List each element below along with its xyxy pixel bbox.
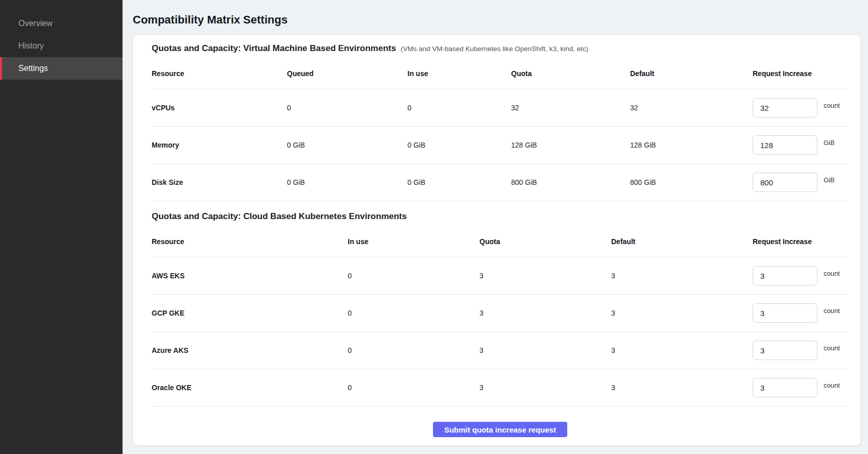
cell-quota: 32 [511, 104, 630, 112]
cell-queued: 0 GiB [287, 178, 407, 186]
column-header-resource: Resource [152, 237, 348, 246]
resource-label: Oracle OKE [152, 384, 348, 392]
cell-default: 32 [630, 104, 753, 112]
table-row-aws-eks: AWS EKS 0 3 3 count [152, 257, 849, 295]
column-header-in-use: In use [407, 69, 511, 78]
column-header-in-use: In use [348, 237, 479, 246]
column-header-quota: Quota [511, 69, 630, 78]
column-header-request-increase: Request Increase [753, 69, 849, 78]
request-increase-input-oracle-oke[interactable] [753, 378, 817, 397]
cell-in-use: 0 GiB [407, 141, 511, 149]
cell-in-use: 0 [348, 309, 479, 317]
column-header-request-increase: Request Increase [753, 237, 849, 246]
cell-default: 3 [611, 272, 753, 280]
main-content: Compatibility Matrix Settings Quotas and… [123, 0, 868, 454]
request-increase-input-disk-size[interactable] [753, 173, 817, 192]
cell-default: 3 [611, 309, 753, 317]
sidebar: Overview History Settings [0, 0, 123, 454]
submit-quota-increase-button[interactable]: Submit quota increase request [433, 422, 567, 437]
vm-table-header: Resource Queued In use Quota Default Req… [152, 58, 849, 89]
resource-label: Disk Size [152, 178, 287, 186]
vm-section-header: Quotas and Capacity: Virtual Machine Bas… [152, 43, 849, 58]
request-increase-input-gcp-gke[interactable] [753, 303, 817, 323]
unit-label-oracle-oke: count [824, 381, 840, 389]
cell-default: 3 [611, 346, 753, 354]
sidebar-item-settings[interactable]: Settings [0, 57, 123, 80]
request-increase-input-memory[interactable] [753, 135, 817, 155]
cloud-section-header: Quotas and Capacity: Cloud Based Kuberne… [152, 211, 849, 226]
cell-quota: 3 [479, 272, 611, 280]
page-title: Compatibility Matrix Settings [133, 12, 861, 28]
unit-label-gcp-gke: count [824, 307, 840, 315]
cell-quota: 3 [479, 309, 611, 317]
cell-quota: 128 GiB [511, 141, 630, 149]
cell-default: 800 GiB [630, 178, 753, 186]
vm-section-title: Quotas and Capacity: Virtual Machine Bas… [152, 43, 396, 54]
request-increase-input-azure-aks[interactable] [753, 341, 817, 360]
table-row-memory: Memory 0 GiB 0 GiB 128 GiB 128 GiB GiB [152, 127, 849, 164]
cell-quota: 3 [479, 346, 611, 354]
resource-label: vCPUs [152, 104, 287, 112]
resource-label: Azure AKS [152, 346, 348, 354]
cell-default: 128 GiB [630, 141, 753, 149]
resource-label: Memory [152, 141, 287, 149]
unit-label-azure-aks: count [824, 344, 840, 352]
unit-label-aws-eks: count [824, 270, 840, 277]
cell-quota: 800 GiB [511, 178, 630, 186]
cell-queued: 0 [287, 104, 407, 112]
column-header-quota: Quota [479, 237, 611, 246]
cloud-table-header: Resource In use Quota Default Request In… [152, 226, 849, 257]
cloud-section-title: Quotas and Capacity: Cloud Based Kuberne… [152, 211, 407, 222]
table-row-gcp-gke: GCP GKE 0 3 3 count [152, 295, 849, 332]
submit-row: Submit quota increase request [152, 407, 849, 437]
vm-section-subtitle: (VMs and VM-based Kubernetes like OpenSh… [401, 45, 589, 53]
table-row-disk-size: Disk Size 0 GiB 0 GiB 800 GiB 800 GiB Gi… [152, 164, 849, 201]
cell-in-use: 0 GiB [407, 178, 511, 186]
request-increase-input-vcpus[interactable] [753, 98, 817, 117]
cell-default: 3 [611, 384, 753, 392]
resource-label: GCP GKE [152, 309, 348, 317]
unit-label-disk-size: GiB [824, 176, 835, 184]
table-row-vcpus: vCPUs 0 0 32 32 count [152, 89, 849, 127]
cell-queued: 0 GiB [287, 141, 407, 149]
column-header-default: Default [611, 237, 753, 246]
sidebar-item-history[interactable]: History [0, 35, 123, 57]
sidebar-item-overview[interactable]: Overview [0, 12, 123, 35]
cell-quota: 3 [479, 384, 611, 392]
column-header-queued: Queued [287, 69, 407, 78]
table-row-oracle-oke: Oracle OKE 0 3 3 count [152, 369, 849, 407]
quota-settings-card: Quotas and Capacity: Virtual Machine Bas… [133, 35, 861, 446]
request-increase-input-aws-eks[interactable] [753, 266, 817, 285]
unit-label-vcpus: count [824, 102, 840, 109]
resource-label: AWS EKS [152, 272, 348, 280]
column-header-resource: Resource [152, 69, 287, 78]
cell-in-use: 0 [348, 346, 479, 354]
unit-label-memory: GiB [824, 139, 835, 147]
sidebar-nav: Overview History Settings [0, 12, 123, 80]
app-root: Overview History Settings Compatibility … [0, 0, 868, 454]
column-header-default: Default [630, 69, 753, 78]
cell-in-use: 0 [348, 272, 479, 280]
table-row-azure-aks: Azure AKS 0 3 3 count [152, 332, 849, 369]
cell-in-use: 0 [348, 384, 479, 392]
cell-in-use: 0 [407, 104, 511, 112]
